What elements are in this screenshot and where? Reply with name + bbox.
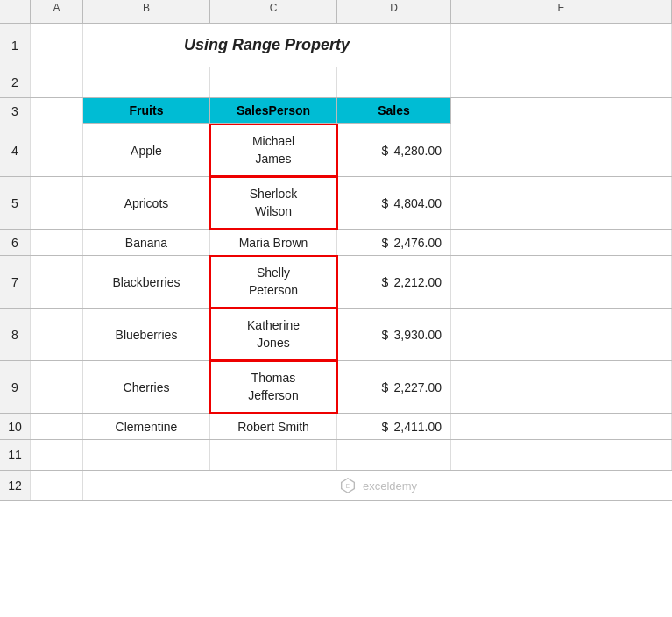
- cell-c8-person: Katherine Jones: [210, 308, 337, 360]
- cell-c6-person: Maria Brown: [210, 230, 337, 255]
- cell-d7-sales: $ 2,212.00: [337, 256, 451, 308]
- rownum-5: 5: [0, 177, 31, 229]
- column-headers: A B C D E: [0, 0, 672, 24]
- rownum-9: 9: [0, 361, 31, 413]
- dollar-6: $: [380, 236, 391, 250]
- svg-text:E: E: [346, 483, 350, 489]
- cell-c9-person: Thomas Jefferson: [210, 361, 337, 413]
- cell-e10: [451, 414, 672, 439]
- rownum-7: 7: [0, 256, 31, 308]
- person-line1-5: Sherlock: [250, 186, 297, 203]
- cell-d5-sales: $ 4,804.00: [337, 177, 451, 229]
- cell-a11: [31, 440, 83, 470]
- person-line1-7: Shelly: [257, 265, 290, 282]
- cell-a8: [31, 308, 83, 360]
- row-1: 1 Using Range Property: [0, 24, 672, 67]
- cell-e1: [451, 24, 672, 67]
- cell-a6: [31, 230, 83, 255]
- person-line2-8: Jones: [257, 335, 289, 352]
- row-8: 8 Blueberries Katherine Jones $ 3,930.00: [0, 308, 672, 361]
- person-line2-4: James: [255, 151, 291, 168]
- row-6: 6 Banana Maria Brown $ 2,476.00: [0, 230, 672, 256]
- row-7: 7 Blackberries Shelly Peterson $ 2,212.0…: [0, 256, 672, 308]
- rownum-3: 3: [0, 98, 31, 124]
- col-header-d: D: [337, 0, 451, 23]
- cell-c2: [210, 67, 337, 97]
- cell-a4: [31, 124, 83, 176]
- cell-b6-fruit: Banana: [83, 230, 210, 255]
- cell-b5-fruit: Apricots: [83, 177, 210, 229]
- row-9: 9 Cherries Thomas Jefferson $ 2,227.00: [0, 361, 672, 414]
- spreadsheet: A B C D E 1 Using Range Property 2 3 Fru…: [0, 0, 672, 617]
- cell-e6: [451, 230, 672, 255]
- person-line1-9: Thomas: [251, 370, 296, 387]
- rownum-10: 10: [0, 414, 31, 439]
- person-line1-8: Katherine: [247, 317, 300, 335]
- cell-watermark: E exceldemy: [83, 471, 672, 500]
- cell-a2: [31, 67, 83, 97]
- person-line2-9: Jefferson: [248, 387, 298, 405]
- row-5: 5 Apricots Sherlock Wilson $ 4,804.00: [0, 177, 672, 230]
- cell-b10-fruit: Clementine: [83, 414, 210, 439]
- cell-d8-sales: $ 3,930.00: [337, 308, 451, 360]
- cell-e4: [451, 124, 672, 176]
- col-header-e: E: [451, 0, 672, 23]
- cell-a10: [31, 414, 83, 439]
- cell-b4-fruit: Apple: [83, 124, 210, 176]
- rownum-4: 4: [0, 124, 31, 176]
- dollar-9: $: [380, 380, 391, 394]
- rows-container: 1 Using Range Property 2 3 Fruits SalesP…: [0, 24, 672, 617]
- cell-d10-sales: $ 2,411.00: [337, 414, 451, 439]
- sales-value-10: 2,411.00: [394, 420, 442, 434]
- row-4: 4 Apple Michael James $ 4,280.00: [0, 124, 672, 177]
- sales-value-8: 3,930.00: [394, 328, 442, 342]
- cell-e9: [451, 361, 672, 413]
- person-line2-5: Wilson: [255, 203, 292, 221]
- col-header-c: C: [210, 0, 337, 23]
- cell-c10-person: Robert Smith: [210, 414, 337, 439]
- cell-b2: [83, 67, 210, 97]
- cell-title: Using Range Property: [83, 24, 451, 67]
- rownum-11: 11: [0, 440, 31, 470]
- cell-e5: [451, 177, 672, 229]
- cell-a12: [31, 471, 83, 500]
- sales-value-9: 2,227.00: [394, 380, 442, 394]
- rownum-6: 6: [0, 230, 31, 255]
- watermark-text: exceldemy: [363, 479, 417, 493]
- cell-e8: [451, 308, 672, 360]
- row-3: 3 Fruits SalesPerson Sales: [0, 98, 672, 124]
- exceldemy-icon: E: [338, 476, 357, 495]
- cell-c7-person: Shelly Peterson: [210, 256, 337, 308]
- row-10: 10 Clementine Robert Smith $ 2,411.00: [0, 414, 672, 440]
- cell-a3: [31, 98, 83, 124]
- sales-value-5: 4,804.00: [394, 196, 442, 210]
- cell-e7: [451, 256, 672, 308]
- cell-a7: [31, 256, 83, 308]
- cell-e2: [451, 67, 672, 97]
- dollar-8: $: [380, 328, 391, 342]
- row-2: 2: [0, 67, 672, 98]
- person-line2-7: Peterson: [249, 282, 298, 300]
- col-header-corner: [0, 0, 31, 23]
- sales-value-4: 4,280.00: [394, 144, 442, 158]
- header-fruits: Fruits: [83, 98, 210, 124]
- row-12: 12 E exceldemy: [0, 471, 672, 501]
- cell-b7-fruit: Blackberries: [83, 256, 210, 308]
- cell-b11: [83, 440, 210, 470]
- cell-a5: [31, 177, 83, 229]
- cell-c11: [210, 440, 337, 470]
- cell-c4-person: Michael James: [210, 124, 337, 176]
- rownum-2: 2: [0, 67, 31, 97]
- dollar-5: $: [380, 196, 391, 210]
- cell-b9-fruit: Cherries: [83, 361, 210, 413]
- sales-value-7: 2,212.00: [394, 275, 442, 289]
- cell-c5-person: Sherlock Wilson: [210, 177, 337, 229]
- dollar-7: $: [380, 275, 391, 289]
- rownum-12: 12: [0, 471, 31, 500]
- cell-a9: [31, 361, 83, 413]
- rownum-8: 8: [0, 308, 31, 360]
- cell-b8-fruit: Blueberries: [83, 308, 210, 360]
- header-sales: Sales: [337, 98, 451, 124]
- dollar-4: $: [380, 144, 391, 158]
- sales-value-6: 2,476.00: [394, 236, 442, 250]
